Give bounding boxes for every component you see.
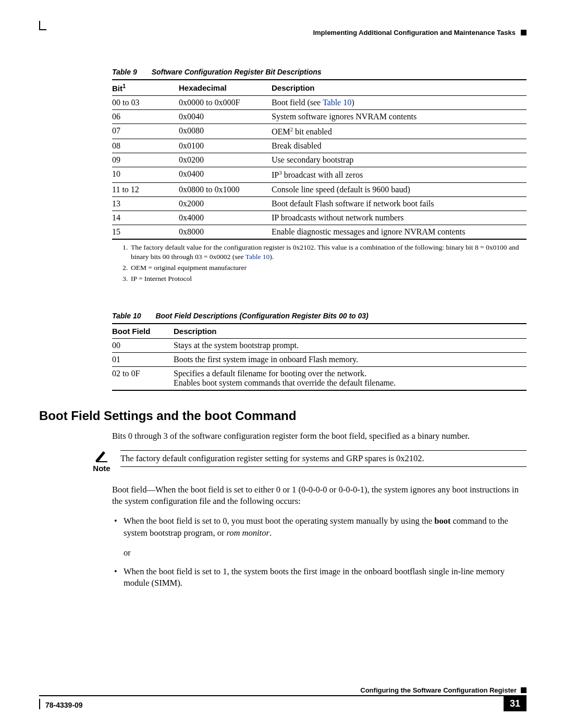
table-row: 11 to 12 0x0800 to 0x1000 Console line s… — [112, 182, 527, 196]
table9-title: Software Configuration Register Bit Desc… — [152, 68, 322, 76]
table10-th-desc: Description — [174, 324, 527, 339]
table-row: 13 0x2000 Boot default Flash software if… — [112, 196, 527, 211]
table9-th-bit: Bit1 — [112, 80, 179, 96]
note-label: Note — [93, 464, 110, 473]
list-item: When the boot field is set to 0, you mus… — [112, 515, 527, 539]
table-row: 14 0x4000 IP broadcasts without network … — [112, 211, 527, 225]
table10-th-bootfield: Boot Field — [112, 324, 174, 339]
or-text: or — [124, 547, 527, 559]
svg-marker-0 — [95, 451, 105, 461]
page-footer: Configuring the Software Configuration R… — [39, 686, 527, 711]
table10-title: Boot Field Descriptions (Configuration R… — [155, 312, 368, 320]
table-row: 09 0x0200 Use secondary bootstrap — [112, 153, 527, 167]
table-row: 08 0x0100 Break disabled — [112, 139, 527, 153]
list-item: When the boot field is set to 1, the sys… — [112, 566, 527, 589]
table-row: 00 to 03 0x0000 to 0x000F Boot field (se… — [112, 96, 527, 110]
table10-link[interactable]: Table 10 — [323, 98, 351, 107]
table9-label: Table 9 — [112, 68, 137, 76]
footer-square-icon — [521, 687, 527, 693]
running-title: Implementing Additional Configuration an… — [313, 29, 516, 36]
doc-number: 78-4339-09 — [39, 699, 83, 709]
bullet-list: When the boot field is set to 1, the sys… — [112, 566, 527, 589]
table-row: 07 0x0080 OEM2 bit enabled — [112, 124, 527, 139]
footer-section-title: Configuring the Software Configuration R… — [360, 686, 517, 694]
table10-caption: Table 10 Boot Field Descriptions (Config… — [112, 312, 527, 320]
header-square-icon — [521, 30, 527, 35]
table10-label: Table 10 — [112, 312, 141, 320]
table10: Boot Field Description 00 Stays at the s… — [112, 323, 527, 391]
page-number: 31 — [504, 696, 527, 711]
table9-caption: Table 9 Software Configuration Register … — [112, 68, 527, 76]
crop-mark — [39, 29, 46, 30]
running-header: Implementing Additional Configuration an… — [313, 29, 527, 36]
table-row: 01 Boots the first system image in onboa… — [112, 352, 527, 366]
table-row: 02 to 0F Specifies a default filename fo… — [112, 366, 527, 390]
note-block: Note The factory default configuration r… — [91, 450, 527, 473]
table9-th-desc: Description — [272, 80, 527, 96]
table9: Bit1 Hexadecimal Description 00 to 03 0x… — [112, 79, 527, 240]
bullet-list: When the boot field is set to 0, you mus… — [112, 515, 527, 539]
table-row: 00 Stays at the system bootstrap prompt. — [112, 338, 527, 352]
bootfield-paragraph: Boot field—When the boot field is set to… — [112, 484, 527, 508]
section-heading: Boot Field Settings and the boot Command — [39, 409, 527, 423]
intro-paragraph: Bits 0 through 3 of the software configu… — [112, 430, 527, 442]
note-icon: Note — [91, 450, 112, 473]
table-row: 10 0x0400 IP3 broadcast with all zeros — [112, 167, 527, 182]
table-row: 15 0x8000 Enable diagnostic messages and… — [112, 225, 527, 239]
note-text: The factory default configuration regist… — [120, 450, 527, 467]
table10-link[interactable]: Table 10 — [246, 253, 270, 261]
table-row: 06 0x0040 System software ignores NVRAM … — [112, 110, 527, 124]
table9-th-hex: Hexadecimal — [179, 80, 272, 96]
table9-footnotes: 1. The factory default value for the con… — [123, 243, 527, 284]
